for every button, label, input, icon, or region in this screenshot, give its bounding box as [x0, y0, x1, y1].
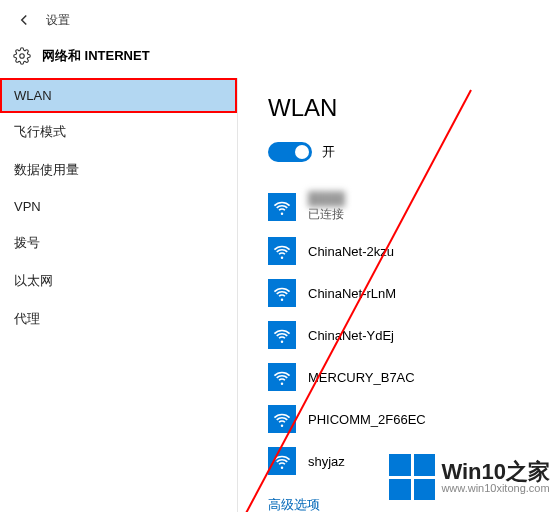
network-name: ChinaNet-YdEj	[308, 328, 394, 343]
network-name: ChinaNet-2kzu	[308, 244, 394, 259]
window-title: 设置	[46, 12, 70, 29]
network-name: ChinaNet-rLnM	[308, 286, 396, 301]
sidebar-item-4[interactable]: 拨号	[0, 224, 237, 262]
advanced-options-link[interactable]: 高级选项	[268, 496, 538, 512]
page-title: WLAN	[268, 94, 538, 122]
sidebar-item-0[interactable]: WLAN	[0, 78, 237, 113]
toggle-label: 开	[322, 143, 335, 161]
network-name: ████	[308, 191, 345, 206]
sidebar-item-1[interactable]: 飞行模式	[0, 113, 237, 151]
wifi-icon	[268, 363, 296, 391]
network-item-2[interactable]: ChinaNet-rLnM	[268, 272, 538, 314]
sidebar-item-6[interactable]: 代理	[0, 300, 237, 338]
back-button[interactable]	[12, 8, 36, 32]
network-item-1[interactable]: ChinaNet-2kzu	[268, 230, 538, 272]
network-item-6[interactable]: shyjaz	[268, 440, 538, 482]
network-name: PHICOMM_2F66EC	[308, 412, 426, 427]
network-item-4[interactable]: MERCURY_B7AC	[268, 356, 538, 398]
svg-point-0	[20, 54, 25, 59]
network-name: shyjaz	[308, 454, 345, 469]
wifi-icon	[268, 193, 296, 221]
sidebar: WLAN飞行模式数据使用量VPN拨号以太网代理	[0, 78, 238, 512]
content-panel: WLAN 开 ████已连接ChinaNet-2kzuChinaNet-rLnM…	[238, 78, 556, 512]
sidebar-item-3[interactable]: VPN	[0, 189, 237, 224]
section-title: 网络和 INTERNET	[42, 47, 150, 65]
gear-icon	[12, 46, 32, 66]
sidebar-item-2[interactable]: 数据使用量	[0, 151, 237, 189]
network-status: 已连接	[308, 206, 345, 223]
sidebar-item-5[interactable]: 以太网	[0, 262, 237, 300]
wifi-icon	[268, 237, 296, 265]
wifi-icon	[268, 447, 296, 475]
network-item-5[interactable]: PHICOMM_2F66EC	[268, 398, 538, 440]
network-item-3[interactable]: ChinaNet-YdEj	[268, 314, 538, 356]
network-item-0[interactable]: ████已连接	[268, 184, 538, 230]
wlan-toggle[interactable]	[268, 142, 312, 162]
network-name: MERCURY_B7AC	[308, 370, 415, 385]
wifi-icon	[268, 279, 296, 307]
wifi-icon	[268, 321, 296, 349]
wifi-icon	[268, 405, 296, 433]
